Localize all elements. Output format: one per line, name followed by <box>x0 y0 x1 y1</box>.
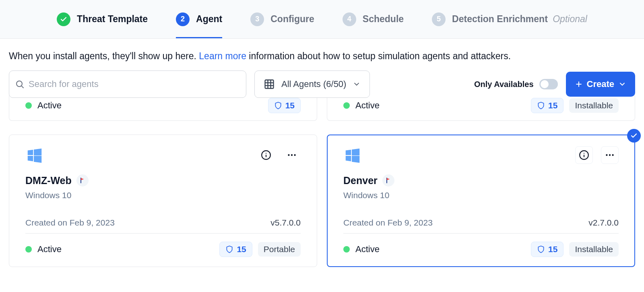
step-number: 2 <box>176 12 190 26</box>
selected-check-icon <box>627 129 641 143</box>
agent-tag: Installable <box>569 98 619 113</box>
plus-icon <box>575 80 583 88</box>
svg-point-12 <box>288 154 289 156</box>
info-icon[interactable] <box>257 146 275 164</box>
svg-rect-2 <box>265 80 274 89</box>
info-suffix: information about how to setup simulatio… <box>246 51 511 61</box>
step-configure[interactable]: 3 Configure <box>250 0 314 38</box>
status-dot-icon <box>343 246 350 253</box>
search-icon <box>15 79 25 89</box>
step-label: Configure <box>270 14 314 25</box>
info-icon[interactable] <box>575 146 593 164</box>
svg-point-0 <box>17 81 22 87</box>
status-dot-icon <box>25 246 32 253</box>
windows-icon <box>25 146 44 165</box>
svg-point-18 <box>606 154 607 156</box>
agent-created: Created on Feb 9, 2023 <box>25 218 115 228</box>
shield-count-badge[interactable]: 15 <box>531 98 564 113</box>
svg-point-19 <box>609 154 611 156</box>
svg-line-1 <box>22 86 23 88</box>
create-button[interactable]: Create <box>566 72 635 97</box>
status-dot-icon <box>343 102 350 109</box>
stepper: Threat Template 2 Agent 3 Configure 4 Sc… <box>0 0 644 39</box>
filter-label: All Agents (6/50) <box>281 79 346 89</box>
step-label: Schedule <box>363 14 404 25</box>
agent-name: DMZ-Web <box>25 175 72 186</box>
chevron-down-icon <box>618 80 626 88</box>
shield-count-badge[interactable]: 15 <box>531 242 564 257</box>
step-label: Threat Template <box>77 14 148 25</box>
step-detection-enrichment[interactable]: 5 Detection Enrichment Optional <box>432 0 587 38</box>
info-prefix: When you install agents, they'll show up… <box>9 51 199 61</box>
toggle-knob <box>541 80 549 88</box>
agent-filter-select[interactable]: All Agents (6/50) <box>254 70 370 98</box>
create-label: Create <box>587 79 614 89</box>
step-threat-template[interactable]: Threat Template <box>57 0 148 38</box>
step-label: Agent <box>196 14 222 25</box>
shield-count: 15 <box>285 101 295 110</box>
chevron-down-icon <box>353 80 361 88</box>
agent-name: Denver <box>343 175 378 186</box>
status-text: Active <box>355 244 380 255</box>
status-text: Active <box>37 100 62 111</box>
agent-os: Windows 10 <box>25 191 301 200</box>
info-text: When you install agents, they'll show up… <box>0 39 644 70</box>
more-icon[interactable] <box>283 146 301 164</box>
only-availables-toggle-group: Only Availables <box>474 79 557 89</box>
agent-cards: Active 15 <box>0 95 644 276</box>
controls-bar: All Agents (6/50) Only Availables Create <box>0 70 644 98</box>
agent-version: v2.7.0.0 <box>588 218 619 228</box>
agent-card-partial[interactable]: Active 15 Installable <box>327 95 635 121</box>
step-schedule[interactable]: 4 Schedule <box>343 0 404 38</box>
svg-point-20 <box>612 154 613 156</box>
agent-badge-icon <box>76 174 89 186</box>
agent-version: v5.7.0.0 <box>270 218 301 228</box>
svg-point-14 <box>294 154 295 156</box>
agent-badge-icon <box>382 174 394 186</box>
agent-card[interactable]: Denver Windows 10 Created on Feb 9, 2023… <box>327 135 635 267</box>
step-number: 3 <box>250 12 264 26</box>
learn-more-link[interactable]: Learn more <box>199 51 246 61</box>
shield-count: 15 <box>548 101 557 110</box>
shield-count: 15 <box>237 244 246 254</box>
agent-card[interactable]: DMZ-Web Windows 10 Created on Feb 9, 202… <box>9 135 317 267</box>
search-input[interactable] <box>29 79 240 89</box>
more-icon[interactable] <box>601 146 619 164</box>
status-text: Active <box>355 100 380 111</box>
shield-count-badge[interactable]: 15 <box>219 242 252 257</box>
windows-icon <box>343 146 362 165</box>
only-availables-label: Only Availables <box>474 80 533 89</box>
grid-icon <box>264 79 275 90</box>
agent-card-partial[interactable]: Active 15 <box>9 95 317 121</box>
step-number: 5 <box>432 12 446 26</box>
search-input-wrapper[interactable] <box>9 70 246 98</box>
step-label: Detection Enrichment Optional <box>452 14 587 25</box>
step-label-text: Detection Enrichment <box>452 14 548 24</box>
svg-point-13 <box>291 154 293 156</box>
agent-tag: Portable <box>258 242 301 257</box>
status-dot-icon <box>25 102 32 109</box>
step-number: 4 <box>343 12 356 26</box>
step-optional-text: Optional <box>553 14 587 24</box>
step-agent[interactable]: 2 Agent <box>176 0 222 38</box>
agent-tag: Installable <box>569 242 619 257</box>
shield-count-badge[interactable]: 15 <box>268 98 301 113</box>
only-availables-toggle[interactable] <box>539 79 558 89</box>
shield-count: 15 <box>548 244 557 254</box>
agent-os: Windows 10 <box>343 191 619 200</box>
check-icon <box>57 12 70 26</box>
status-text: Active <box>37 244 62 255</box>
agent-created: Created on Feb 9, 2023 <box>343 218 433 228</box>
